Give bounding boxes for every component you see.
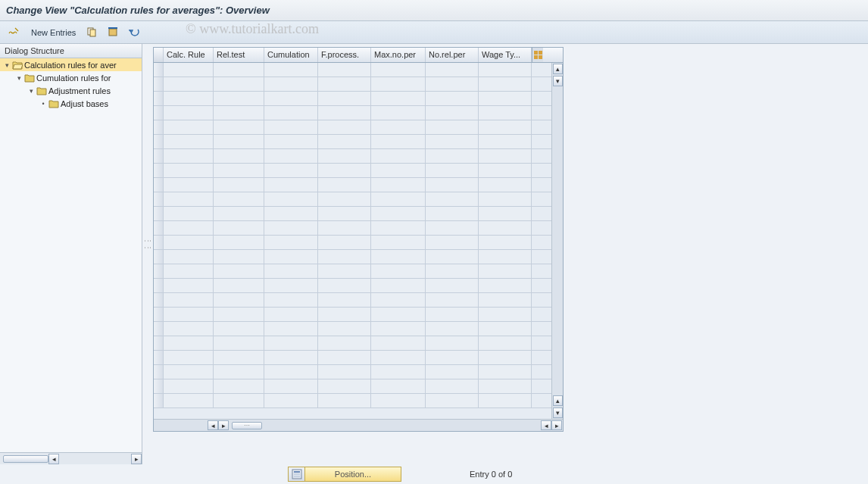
table-cell[interactable] <box>371 264 426 278</box>
column-header[interactable]: Calc. Rule <box>164 48 214 62</box>
tree-toggle-icon[interactable]: ▾ <box>3 61 11 69</box>
table-cell[interactable] <box>264 92 318 105</box>
table-cell[interactable] <box>318 279 371 292</box>
table-cell[interactable] <box>426 279 479 292</box>
row-selector[interactable] <box>154 221 164 235</box>
dialog-structure-tree[interactable]: ▾ Calculation rules for aver▾ Cumulation… <box>0 58 142 464</box>
sidebar-hscroll-right[interactable]: ▸ <box>131 454 142 464</box>
row-selector[interactable] <box>154 264 164 278</box>
table-cell[interactable] <box>479 207 532 220</box>
undo-button[interactable] <box>125 25 143 40</box>
table-cell[interactable] <box>479 178 532 192</box>
table-cell[interactable] <box>426 308 479 321</box>
table-cell[interactable] <box>264 250 318 264</box>
table-cell[interactable] <box>318 394 371 407</box>
table-cell[interactable] <box>214 250 264 264</box>
table-cell[interactable] <box>164 308 214 321</box>
row-selector[interactable] <box>154 279 164 292</box>
table-cell[interactable] <box>318 308 371 321</box>
table-cell[interactable] <box>264 192 318 206</box>
sidebar-hscroll-thumb[interactable] <box>3 455 48 463</box>
table-cell[interactable] <box>264 394 318 407</box>
table-cell[interactable] <box>264 207 318 220</box>
table-cell[interactable] <box>426 63 479 77</box>
table-cell[interactable] <box>214 77 264 91</box>
table-cell[interactable] <box>426 135 479 148</box>
table-cell[interactable] <box>214 106 264 120</box>
row-selector[interactable] <box>154 63 164 77</box>
hscroll-right[interactable]: ▸ <box>218 420 229 430</box>
row-selector[interactable] <box>154 351 164 364</box>
row-selector[interactable] <box>154 308 164 321</box>
table-cell[interactable] <box>479 77 532 91</box>
table-cell[interactable] <box>479 336 532 350</box>
splitter-handle[interactable]: ⋮⋮ <box>144 237 152 251</box>
sidebar-hscroll[interactable]: ◂ ▸ <box>0 452 142 464</box>
table-cell[interactable] <box>426 379 479 393</box>
table-cell[interactable] <box>479 221 532 235</box>
table-cell[interactable] <box>371 207 426 220</box>
table-cell[interactable] <box>164 264 214 278</box>
tree-toggle-icon[interactable]: ▾ <box>15 74 23 82</box>
table-cell[interactable] <box>318 135 371 148</box>
table-cell[interactable] <box>426 178 479 192</box>
row-selector[interactable] <box>154 322 164 336</box>
table-cell[interactable] <box>214 264 264 278</box>
configure-columns-button[interactable] <box>532 48 543 62</box>
table-cell[interactable] <box>318 92 371 105</box>
hscroll-right2[interactable]: ▸ <box>551 420 562 430</box>
table-cell[interactable] <box>318 106 371 120</box>
table-cell[interactable] <box>371 379 426 393</box>
table-cell[interactable] <box>318 379 371 393</box>
table-cell[interactable] <box>164 149 214 163</box>
table-cell[interactable] <box>426 221 479 235</box>
tree-node[interactable]: ▾ Cumulation rules for <box>0 71 142 84</box>
row-selector[interactable] <box>154 207 164 220</box>
table-cell[interactable] <box>426 394 479 407</box>
tree-node[interactable]: • Adjust bases <box>0 97 142 110</box>
table-cell[interactable] <box>164 394 214 407</box>
table-cell[interactable] <box>371 135 426 148</box>
tree-node[interactable]: ▾ Adjustment rules <box>0 84 142 97</box>
table-cell[interactable] <box>479 63 532 77</box>
table-cell[interactable] <box>371 92 426 105</box>
table-cell[interactable] <box>214 365 264 379</box>
table-cell[interactable] <box>371 351 426 364</box>
row-selector[interactable] <box>154 135 164 148</box>
table-cell[interactable] <box>371 236 426 249</box>
vscroll-down[interactable]: ▾ <box>553 76 563 86</box>
tree-node[interactable]: ▾ Calculation rules for aver <box>0 58 142 71</box>
table-cell[interactable] <box>318 207 371 220</box>
table-cell[interactable] <box>426 322 479 336</box>
table-cell[interactable] <box>164 236 214 249</box>
copy-button[interactable] <box>83 25 101 40</box>
table-cell[interactable] <box>318 365 371 379</box>
table-cell[interactable] <box>264 149 318 163</box>
table-cell[interactable] <box>479 135 532 148</box>
table-cell[interactable] <box>318 322 371 336</box>
table-cell[interactable] <box>164 77 214 91</box>
row-selector[interactable] <box>154 77 164 91</box>
table-cell[interactable] <box>164 178 214 192</box>
table-cell[interactable] <box>164 120 214 134</box>
table-cell[interactable] <box>371 308 426 321</box>
table-cell[interactable] <box>426 250 479 264</box>
table-cell[interactable] <box>214 135 264 148</box>
table-cell[interactable] <box>318 178 371 192</box>
table-cell[interactable] <box>426 207 479 220</box>
table-cell[interactable] <box>426 106 479 120</box>
tree-toggle-icon[interactable]: ▾ <box>27 87 35 95</box>
table-cell[interactable] <box>318 264 371 278</box>
table-cell[interactable] <box>214 221 264 235</box>
row-selector[interactable] <box>154 120 164 134</box>
table-cell[interactable] <box>371 164 426 177</box>
row-selector[interactable] <box>154 336 164 350</box>
table-cell[interactable] <box>479 293 532 307</box>
table-cell[interactable] <box>264 264 318 278</box>
column-header[interactable]: No.rel.per <box>426 48 479 62</box>
table-cell[interactable] <box>426 236 479 249</box>
table-cell[interactable] <box>318 221 371 235</box>
table-cell[interactable] <box>214 178 264 192</box>
table-cell[interactable] <box>264 77 318 91</box>
table-cell[interactable] <box>164 293 214 307</box>
